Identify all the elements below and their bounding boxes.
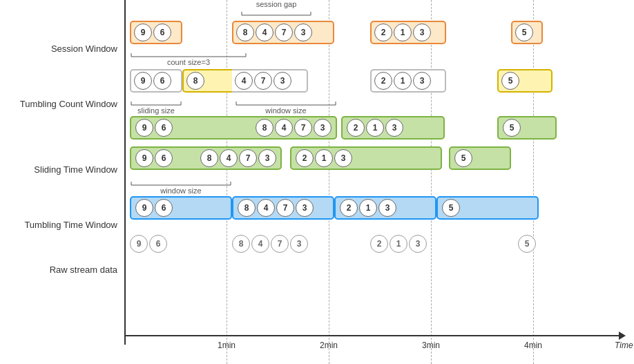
raw-stream-label: Raw stream data — [0, 249, 124, 290]
num-3-sw2: 3 — [385, 119, 403, 137]
session-window-label: Session Window — [0, 21, 124, 76]
session-box-2: 8 4 7 3 — [232, 21, 334, 44]
raw-group-4: 5 — [518, 235, 536, 253]
vline-3min — [431, 0, 432, 364]
ttime-box-2: 8 4 7 3 — [232, 196, 334, 220]
sliding-box-2b: 2 1 3 — [290, 146, 442, 170]
num-2-raw: 2 — [370, 235, 388, 253]
num-9-raw: 9 — [130, 235, 148, 253]
ttime-box-1: 9 6 — [130, 196, 232, 220]
num-5-s4: 5 — [515, 23, 533, 41]
num-6-sw1b: 6 — [155, 149, 173, 167]
tick-1min: 1min — [218, 341, 236, 350]
sliding-box-2a: 2 1 3 — [341, 116, 445, 140]
tcount-box-1: 9 6 — [130, 69, 182, 93]
num-3-tt2: 3 — [296, 199, 314, 217]
num-8-tt2: 8 — [238, 199, 256, 217]
num-9-s1: 9 — [134, 23, 152, 41]
num-3-tt3: 3 — [378, 199, 396, 217]
sliding-box-1a: 9 6 8 4 7 3 — [130, 116, 337, 140]
sliding-size-annotation: sliding size — [130, 98, 182, 115]
raw-group-3: 2 1 3 — [370, 235, 427, 253]
tcount-box-4: 5 — [497, 69, 553, 93]
num-7-tc2: 7 — [254, 72, 272, 90]
num-2-tc3: 2 — [374, 72, 392, 90]
num-7-tt2: 7 — [276, 199, 294, 217]
num-8-sw1: 8 — [256, 119, 273, 137]
session-box-1: 9 6 — [130, 21, 182, 44]
num-1-tt3: 1 — [359, 199, 377, 217]
tick-3min: 3min — [422, 341, 440, 350]
ttime-box-3: 2 1 3 — [334, 196, 436, 220]
num-6-raw: 6 — [149, 235, 167, 253]
tcount-box-yellow-1: 8 — [182, 69, 232, 93]
window-size-annotation-2: window size — [130, 178, 232, 195]
time-axis — [124, 335, 620, 336]
num-7-sw1: 7 — [294, 119, 312, 137]
ttime-box-4: 5 — [436, 196, 539, 220]
main-container: Session Window Tumbling Count Window Sli… — [0, 0, 634, 364]
num-5-sw3b: 5 — [454, 149, 472, 167]
tick-2min: 2min — [320, 341, 338, 350]
num-6-tc1: 6 — [153, 72, 171, 90]
tumbling-count-label: Tumbling Count Window — [0, 76, 124, 131]
num-3-sw1: 3 — [314, 119, 332, 137]
num-4-tc2: 4 — [235, 72, 253, 90]
num-6-s1: 6 — [153, 23, 171, 41]
num-9-sw1: 9 — [135, 119, 153, 137]
num-3-raw2: 3 — [409, 235, 427, 253]
num-2-sw2: 2 — [347, 119, 365, 137]
tcount-box-3: 2 1 3 — [370, 69, 446, 93]
num-8-raw: 8 — [232, 235, 250, 253]
count-size-annotation: count size=3 — [130, 50, 247, 66]
num-6-tt1: 6 — [155, 199, 173, 217]
num-3-sw1b: 3 — [258, 149, 276, 167]
y-axis-line — [124, 0, 126, 345]
sliding-box-3b: 5 — [449, 146, 511, 170]
num-2-sw2b: 2 — [296, 149, 314, 167]
num-5-tc4: 5 — [501, 72, 519, 90]
tumbling-time-label: Tumbling Time Window — [0, 200, 124, 249]
num-3-s3: 3 — [413, 23, 431, 41]
num-3-s2: 3 — [294, 23, 312, 41]
session-box-4: 5 — [511, 21, 543, 44]
num-5-sw3: 5 — [503, 119, 521, 137]
sliding-box-1b: 9 6 8 4 7 3 — [130, 146, 282, 170]
window-size-annotation-1: window size — [235, 98, 337, 115]
session-box-3: 2 1 3 — [370, 21, 446, 44]
num-4-s2: 4 — [256, 23, 273, 41]
num-1-raw: 1 — [390, 235, 407, 253]
num-7-sw1b: 7 — [239, 149, 257, 167]
num-4-tt2: 4 — [257, 199, 275, 217]
session-gap-annotation: session gap — [235, 0, 318, 17]
tick-time: Time — [615, 341, 633, 350]
num-4-raw: 4 — [251, 235, 269, 253]
raw-group-1: 9 6 — [130, 235, 167, 253]
num-9-tc1: 9 — [134, 72, 152, 90]
chart-area: session gap 9 6 8 4 7 3 2 1 3 — [124, 0, 634, 364]
sliding-time-label: Sliding Time Window — [0, 131, 124, 200]
time-axis-arrow — [619, 332, 626, 340]
num-7-raw: 7 — [271, 235, 289, 253]
num-4-sw1: 4 — [275, 119, 293, 137]
num-1-s3: 1 — [394, 23, 412, 41]
num-9-sw1b: 9 — [135, 149, 153, 167]
vline-2min — [329, 0, 329, 364]
tcount-box-2: 4 7 3 — [232, 69, 308, 93]
num-3-sw2b: 3 — [334, 149, 352, 167]
labels-column: Session Window Tumbling Count Window Sli… — [0, 0, 124, 364]
num-7-s2: 7 — [275, 23, 293, 41]
sliding-box-3a: 5 — [497, 116, 557, 140]
num-3-tc2: 3 — [273, 72, 291, 90]
num-1-tc3: 1 — [394, 72, 412, 90]
raw-group-2: 8 4 7 3 — [232, 235, 308, 253]
num-2-s3: 2 — [374, 23, 392, 41]
num-8-sw1b: 8 — [200, 149, 218, 167]
num-8-tc2: 8 — [186, 72, 204, 90]
num-1-sw2b: 1 — [315, 149, 333, 167]
num-1-sw2: 1 — [366, 119, 384, 137]
num-9-tt1: 9 — [135, 199, 153, 217]
vline-4min — [533, 0, 534, 364]
num-6-sw1: 6 — [155, 119, 173, 137]
num-2-tt3: 2 — [340, 199, 358, 217]
